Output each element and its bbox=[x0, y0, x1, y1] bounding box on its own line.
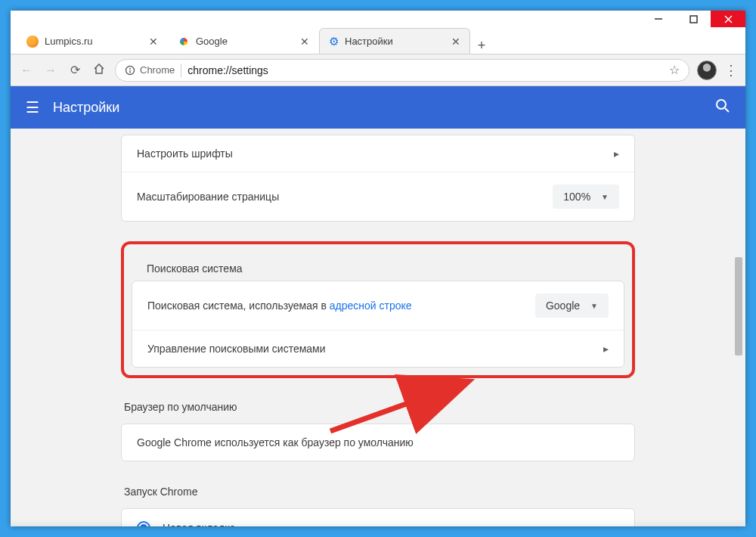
tab-lumpics[interactable]: Lumpics.ru ✕ bbox=[17, 28, 168, 54]
search-engine-label: Поисковая система, используемая в адресн… bbox=[147, 300, 412, 312]
search-engine-highlight: Поисковая система Поисковая система, исп… bbox=[121, 241, 635, 378]
menu-icon[interactable]: ☰ bbox=[26, 98, 39, 116]
tab-label: Настройки bbox=[345, 36, 445, 47]
tab-label: Google bbox=[196, 36, 294, 47]
svg-rect-6 bbox=[129, 70, 130, 73]
maximize-icon bbox=[689, 15, 698, 23]
fonts-row-label: Настроить шрифты bbox=[137, 147, 233, 160]
lumpics-favicon-icon bbox=[26, 36, 39, 48]
svg-point-7 bbox=[717, 100, 726, 109]
reload-button[interactable]: ⟳ bbox=[67, 63, 83, 77]
manage-search-engines-row[interactable]: Управление поисковыми системами ▸ bbox=[132, 330, 624, 367]
default-browser-section-title: Браузер по умолчанию bbox=[121, 396, 635, 424]
search-icon[interactable] bbox=[715, 98, 730, 117]
back-button[interactable]: ← bbox=[18, 64, 35, 77]
search-engine-row: Поисковая система, используемая в адресн… bbox=[132, 281, 624, 330]
browser-menu-button[interactable]: ⋮ bbox=[724, 62, 738, 79]
tab-close-icon[interactable]: ✕ bbox=[451, 36, 460, 47]
default-browser-text: Google Chrome используется как браузер п… bbox=[137, 436, 414, 449]
settings-title: Настройки bbox=[53, 100, 119, 116]
dropdown-arrow-icon: ▼ bbox=[601, 193, 609, 201]
content-fade bbox=[11, 519, 745, 526]
omnibox-divider bbox=[181, 64, 181, 77]
home-icon bbox=[92, 62, 106, 76]
fonts-row[interactable]: Настроить шрифты ▸ bbox=[122, 135, 634, 172]
profile-avatar[interactable] bbox=[697, 61, 717, 80]
titlebar bbox=[11, 11, 745, 27]
omnibox[interactable]: Chrome chrome://settings ☆ bbox=[115, 59, 689, 82]
appearance-card: Настроить шрифты ▸ Масштабирование стран… bbox=[121, 135, 635, 222]
startup-section-title: Запуск Chrome bbox=[121, 481, 635, 508]
tab-strip: Lumpics.ru ✕ Google ✕ ⚙ Настройки ✕ + bbox=[11, 27, 745, 54]
search-engine-card: Поисковая система, используемая в адресн… bbox=[132, 281, 624, 368]
settings-column: Настроить шрифты ▸ Масштабирование стран… bbox=[121, 129, 635, 526]
tab-settings[interactable]: ⚙ Настройки ✕ bbox=[319, 28, 470, 54]
maximize-button[interactable] bbox=[676, 11, 711, 27]
tab-close-icon[interactable]: ✕ bbox=[300, 36, 309, 47]
home-button[interactable] bbox=[91, 62, 107, 79]
svg-point-5 bbox=[129, 68, 131, 70]
address-bar-link[interactable]: адресной строке bbox=[330, 300, 412, 312]
settings-content: Настроить шрифты ▸ Масштабирование стран… bbox=[11, 129, 745, 526]
toolbar: ← → ⟳ Chrome chrome://settings ☆ ⋮ bbox=[11, 54, 745, 86]
manage-search-engines-label: Управление поисковыми системами bbox=[147, 343, 326, 355]
page-zoom-row: Масштабирование страницы 100% ▼ bbox=[122, 172, 634, 221]
tab-label: Lumpics.ru bbox=[45, 36, 143, 47]
omnibox-url: chrome://settings bbox=[187, 64, 268, 76]
search-engine-value: Google bbox=[546, 300, 580, 312]
chevron-right-icon: ▸ bbox=[603, 343, 609, 355]
site-info-icon[interactable]: Chrome bbox=[125, 64, 175, 76]
bookmark-star-icon[interactable]: ☆ bbox=[669, 63, 680, 77]
chevron-right-icon: ▸ bbox=[614, 147, 619, 160]
browser-window: Lumpics.ru ✕ Google ✕ ⚙ Настройки ✕ + ← … bbox=[11, 11, 745, 526]
default-browser-card: Google Chrome используется как браузер п… bbox=[121, 424, 635, 461]
tab-google[interactable]: Google ✕ bbox=[168, 28, 319, 54]
search-engine-dropdown[interactable]: Google ▼ bbox=[535, 293, 609, 318]
forward-button[interactable]: → bbox=[42, 64, 59, 77]
page-zoom-value: 100% bbox=[563, 191, 590, 203]
new-tab-button[interactable]: + bbox=[470, 38, 493, 54]
google-favicon-icon bbox=[178, 36, 190, 48]
settings-header: ☰ Настройки bbox=[11, 86, 745, 129]
close-icon bbox=[724, 15, 733, 23]
window-frame: Lumpics.ru ✕ Google ✕ ⚙ Настройки ✕ + ← … bbox=[0, 0, 756, 537]
scrollbar[interactable] bbox=[733, 129, 744, 526]
search-engine-section-title: Поисковая система bbox=[132, 250, 624, 281]
dropdown-arrow-icon: ▼ bbox=[590, 302, 598, 310]
svg-line-8 bbox=[725, 108, 729, 112]
default-browser-row: Google Chrome используется как браузер п… bbox=[122, 424, 634, 461]
scrollbar-thumb[interactable] bbox=[735, 257, 742, 355]
minimize-icon bbox=[654, 14, 663, 23]
page-zoom-dropdown[interactable]: 100% ▼ bbox=[553, 185, 619, 209]
close-button[interactable] bbox=[711, 11, 745, 27]
site-info-label: Chrome bbox=[140, 64, 175, 76]
gear-favicon-icon: ⚙ bbox=[329, 35, 339, 48]
minimize-button[interactable] bbox=[641, 11, 676, 27]
svg-rect-1 bbox=[690, 16, 697, 23]
tab-close-icon[interactable]: ✕ bbox=[149, 36, 158, 47]
page-zoom-label: Масштабирование страницы bbox=[137, 191, 279, 203]
